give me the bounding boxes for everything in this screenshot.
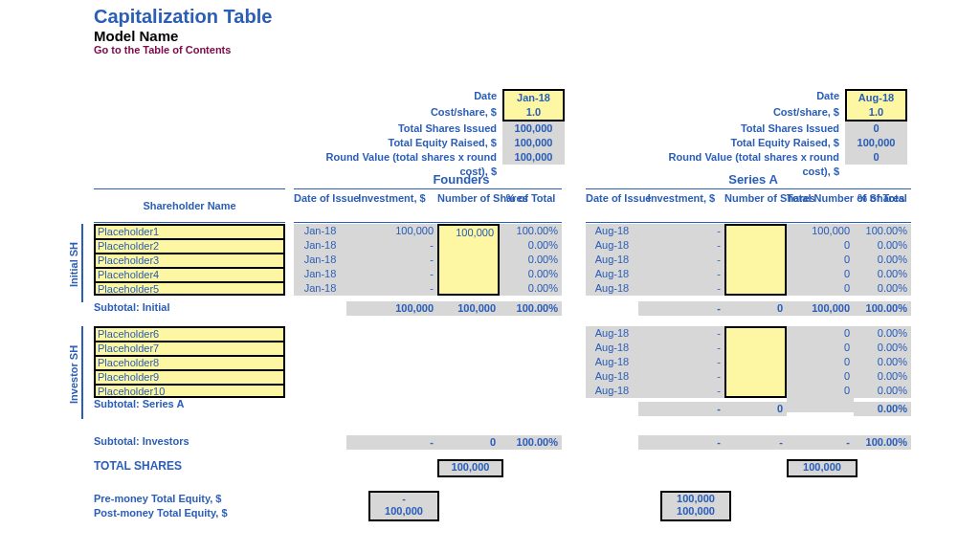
subtotal-cell: 100.00%: [500, 301, 562, 316]
cell-tns: 0: [787, 355, 854, 369]
cell-investment: -: [638, 253, 724, 267]
cell-pct: 0.00%: [854, 369, 911, 384]
label-tsi: Total Shares Issued: [321, 121, 502, 136]
divider: [81, 326, 83, 419]
shareholder-name[interactable]: Placeholder3: [94, 253, 285, 267]
cell-shares[interactable]: [724, 369, 787, 384]
cell-pct: 0.00%: [500, 238, 562, 253]
subtotal-initial-label: Subtotal: Initial: [94, 301, 169, 313]
cell-shares[interactable]: [724, 224, 787, 238]
subtotal-initial-seriesa: -0100,000100.00%: [638, 301, 911, 316]
cell-date: Jan-18: [294, 253, 346, 267]
label-rv: Round Value (total shares x round cost),…: [321, 150, 502, 165]
label-rv: Round Value (total shares x round cost),…: [663, 150, 845, 165]
cell-shares[interactable]: [437, 281, 500, 296]
value-cost-seriesa[interactable]: 1.0: [845, 105, 907, 121]
rows-initial: Placeholder1Jan-18100,000100,000100.00%A…: [94, 224, 911, 296]
subtotal-cell: 100.00%: [854, 301, 911, 316]
subtotal-cell: -: [638, 301, 724, 316]
cell-pct: 0.00%: [854, 355, 911, 369]
cell-tns: 100,000: [787, 224, 854, 238]
cell-pct: 0.00%: [854, 384, 911, 398]
cell-tns: 0: [787, 384, 854, 398]
rows-investor: Placeholder6Aug-18-00.00%Placeholder7Aug…: [94, 326, 911, 398]
cell-tns: 0: [787, 341, 854, 355]
subtotal-cell: 0: [724, 402, 787, 416]
cell-investment: -: [638, 326, 724, 341]
subtotal-cell: 100.00%: [500, 435, 562, 450]
cell-date: Aug-18: [586, 281, 638, 296]
subtotal-seriesa-label: Subtotal: Series A: [94, 398, 184, 409]
cell-date: Aug-18: [586, 224, 638, 238]
post-money-seriesa: 100,000: [660, 505, 731, 521]
value-tsi-founders: 100,000: [502, 121, 565, 136]
col-date-issue: Date of Issue: [294, 188, 346, 223]
cell-pct: 100.00%: [854, 224, 911, 238]
label-date: Date: [321, 89, 502, 103]
cell-date: Aug-18: [586, 355, 638, 369]
col-pct-total: % of Total: [854, 188, 911, 223]
cell-shares[interactable]: [437, 253, 500, 267]
page-title: Capitalization Table: [94, 6, 272, 28]
cell-investment: -: [638, 355, 724, 369]
model-name: Model Name: [94, 28, 272, 44]
cell-tns: 0: [787, 326, 854, 341]
cell-investment: -: [638, 341, 724, 355]
shareholder-name[interactable]: Placeholder7: [94, 341, 285, 355]
cell-shares[interactable]: [724, 253, 787, 267]
shareholder-name[interactable]: Placeholder9: [94, 369, 285, 384]
cell-shares[interactable]: [724, 355, 787, 369]
value-date-seriesa[interactable]: Aug-18: [845, 89, 907, 105]
cell-tns: 0: [787, 253, 854, 267]
label-cost: Cost/share, $: [663, 105, 845, 120]
cell-pct: 100.00%: [500, 224, 562, 238]
shareholder-name[interactable]: Placeholder6: [94, 326, 285, 341]
label-ter: Total Equity Raised, $: [663, 136, 845, 150]
cell-shares[interactable]: [724, 238, 787, 253]
cell-investment: -: [638, 369, 724, 384]
cell-shares[interactable]: [724, 384, 787, 398]
cell-investment: -: [638, 281, 724, 296]
subtotal-investors-seriesa: ---100.00%: [638, 435, 911, 450]
total-shares-label: TOTAL SHARES: [94, 459, 182, 473]
cell-shares[interactable]: 100,000: [437, 224, 500, 238]
col-investment: Investment, $: [638, 188, 724, 223]
summary-series-a: DateAug-18 Cost/share, $1.0 Total Shares…: [663, 89, 907, 165]
shareholder-name[interactable]: Placeholder10: [94, 384, 285, 398]
cell-shares[interactable]: [724, 281, 787, 296]
cell-pct: 0.00%: [854, 253, 911, 267]
shareholder-name[interactable]: Placeholder5: [94, 281, 285, 296]
col-num-shares: Number of Shares: [437, 188, 500, 223]
toc-link[interactable]: Go to the Table of Contents: [94, 44, 272, 55]
cell-date: Aug-18: [586, 238, 638, 253]
cell-investment: -: [346, 281, 437, 296]
subtotal-cell: [787, 398, 854, 412]
round-title-founders: Founders: [294, 172, 629, 187]
subtotal-cell: 0: [437, 435, 500, 450]
shareholder-name[interactable]: Placeholder4: [94, 267, 285, 281]
subtotal-cell: -: [638, 435, 724, 450]
subtotal-cell: 0: [724, 301, 787, 316]
cell-date: Aug-18: [586, 253, 638, 267]
cell-investment: 100,000: [346, 224, 437, 238]
cell-shares[interactable]: [437, 267, 500, 281]
subtotal-cell: 0.00%: [854, 402, 911, 416]
cell-shares[interactable]: [724, 341, 787, 355]
shareholder-name[interactable]: Placeholder2: [94, 238, 285, 253]
subtotal-cell: -: [724, 435, 787, 450]
cell-shares[interactable]: [437, 238, 500, 253]
cell-shares[interactable]: [724, 267, 787, 281]
subtotal-seriesa: -00.00%: [638, 398, 911, 416]
cell-pct: 0.00%: [854, 341, 911, 355]
post-money-founders: 100,000: [368, 505, 439, 521]
total-shares-founders: 100,000: [437, 459, 503, 477]
value-cost-founders[interactable]: 1.0: [502, 105, 565, 121]
shareholder-name[interactable]: Placeholder8: [94, 355, 285, 369]
shareholder-name[interactable]: Placeholder1: [94, 224, 285, 238]
col-num-shares: Number of Shares: [724, 188, 787, 223]
cols-founders: Date of IssueInvestment, $Number of Shar…: [294, 188, 562, 223]
cell-shares[interactable]: [724, 326, 787, 341]
subtotal-cell: 100.00%: [854, 435, 911, 450]
value-date-founders[interactable]: Jan-18: [502, 89, 565, 105]
divider: [81, 224, 83, 302]
